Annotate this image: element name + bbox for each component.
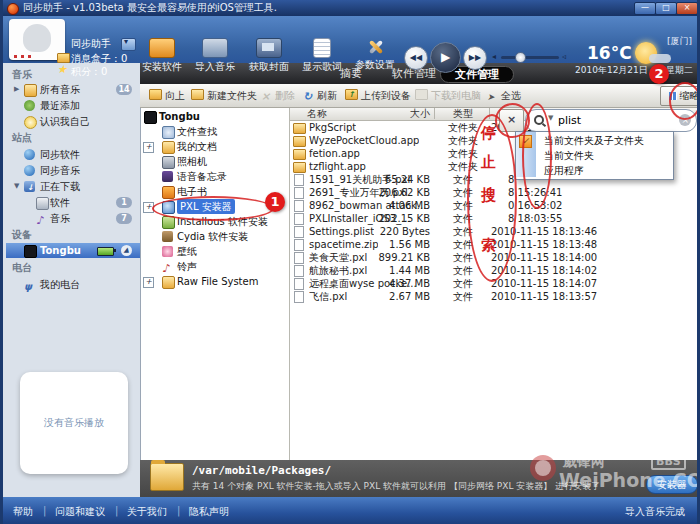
- file-row[interactable]: spacetime.zip1.56 MB文件2010-11-15 18:13:4…: [289, 238, 700, 251]
- voice-memo-icon: [162, 171, 173, 182]
- thumbnail-view-button[interactable]: 缩略图: [660, 86, 700, 106]
- previous-track-button[interactable]: ◀◀: [404, 46, 428, 70]
- tree-item-raw-file-system[interactable]: Raw File System: [140, 274, 289, 289]
- account-dropdown-button[interactable]: [121, 38, 136, 51]
- refresh-button[interactable]: 刷新: [303, 88, 337, 104]
- menu-item-current-and-subfolders[interactable]: 当前文件夹及子文件夹: [516, 133, 671, 148]
- folder-icon: [293, 149, 306, 160]
- stop-search-button[interactable]: [499, 109, 524, 132]
- folder-icon: [162, 141, 175, 154]
- search-input[interactable]: [556, 112, 670, 129]
- install-software-button[interactable]: 安装软件: [136, 38, 188, 74]
- new-folder-button[interactable]: 新建文件夹: [191, 88, 257, 104]
- sidebar-item-sync-music[interactable]: 同步音乐: [6, 163, 140, 178]
- file-icon: [294, 265, 304, 277]
- tree-item-file-search[interactable]: 文件查找: [140, 124, 289, 139]
- clear-search-icon[interactable]: [679, 114, 691, 126]
- file-row[interactable]: 2691_专业万年历.pxl206.62 KB文件8 15:26:41: [289, 186, 700, 199]
- weather-city: [厦门]: [667, 35, 692, 48]
- points-label[interactable]: ★积分：0: [71, 65, 107, 78]
- tree-item-camera[interactable]: 照相机: [140, 154, 289, 169]
- battery-icon: [97, 247, 114, 256]
- software-icon: [36, 197, 49, 210]
- file-row[interactable]: PXLInstaller_iOS3_...202.15 KB文件8 18:03:…: [289, 212, 700, 225]
- title-bar: 同步助手 - v1.03beta 最安全最容易使用的iOS管理工具.: [3, 0, 700, 16]
- tree-item-installous[interactable]: Installous 软件安装: [140, 214, 289, 229]
- play-button[interactable]: ▶: [430, 42, 461, 73]
- eject-icon[interactable]: [121, 245, 132, 256]
- column-type[interactable]: 类型: [437, 107, 489, 120]
- download-to-pc-button[interactable]: 下载到电脑: [415, 88, 481, 104]
- tree-item-cydia[interactable]: Cydia 软件安装: [140, 229, 289, 244]
- file-row[interactable]: 飞信.pxl2.67 MB文件2010-11-15 18:13:57: [289, 290, 700, 303]
- folder-icon: [293, 123, 306, 134]
- sidebar-item-my-radio[interactable]: 我的电台: [6, 277, 140, 292]
- status-message: 导入音乐完成: [625, 505, 685, 519]
- help-link[interactable]: 帮助: [13, 505, 33, 519]
- message-box-label[interactable]: 消息盒子：0: [71, 52, 127, 65]
- sidebar: 音乐 ▶所有音乐14 最近添加 认识我自己 站点 同步软件 同步音乐 ▼正在下载…: [6, 63, 141, 497]
- search-scope-icon[interactable]: [534, 115, 544, 125]
- upload-to-device-button[interactable]: 上传到设备: [345, 88, 411, 104]
- installous-icon: [162, 216, 175, 229]
- import-music-button[interactable]: 导入音乐: [189, 38, 241, 74]
- tree-item-my-documents[interactable]: 我的文档: [140, 139, 289, 154]
- minimize-button[interactable]: [634, 2, 656, 15]
- tree-item-ebooks[interactable]: 电子书: [140, 184, 289, 199]
- get-cover-button[interactable]: 获取封面: [243, 38, 295, 74]
- tree-root-tongbu[interactable]: Tongbu: [140, 109, 289, 124]
- weather-temperature: 16°C: [587, 43, 632, 63]
- sidebar-item-device-tongbu[interactable]: Tongbu: [6, 243, 140, 258]
- expand-icon[interactable]: [143, 277, 154, 288]
- volume-slider[interactable]: [501, 56, 559, 59]
- folder-icon: [293, 162, 306, 173]
- tree-item-wallpaper[interactable]: 壁纸: [140, 244, 289, 259]
- menu-item-current-folder[interactable]: 当前文件夹: [516, 148, 671, 163]
- footer-panel: /var/mobile/Packages/ 共有 14 个对象 PXL 软件安装…: [140, 460, 700, 497]
- file-icon: [294, 252, 304, 264]
- sidebar-item-know-myself[interactable]: 认识我自己: [6, 114, 140, 129]
- tree-item-voice-memos[interactable]: 语音备忘录: [140, 169, 289, 184]
- select-all-button[interactable]: 全选: [487, 88, 521, 104]
- up-button[interactable]: 向上: [149, 88, 185, 104]
- sidebar-item-all-music[interactable]: ▶所有音乐14: [6, 82, 140, 97]
- column-size[interactable]: 大小: [344, 107, 430, 120]
- next-track-button[interactable]: ▶▶: [463, 46, 487, 70]
- ringtone-icon: [162, 261, 173, 272]
- sidebar-item-downloading[interactable]: ▼正在下载: [6, 179, 140, 194]
- app-name-label: 同步助手: [71, 37, 111, 50]
- settings-icon: [363, 38, 387, 56]
- show-lyrics-button[interactable]: 显示歌词: [296, 38, 348, 74]
- expand-icon[interactable]: [143, 142, 154, 153]
- maximize-button[interactable]: [655, 2, 677, 15]
- volume-slider-knob[interactable]: [515, 52, 526, 63]
- privacy-link[interactable]: 隐私声明: [189, 505, 229, 519]
- file-row[interactable]: 远程桌面wyse pocke...4.37 MB文件2010-11-15 18:…: [289, 277, 700, 290]
- column-name[interactable]: 名称: [307, 107, 327, 120]
- search-scope-arrow-icon[interactable]: ▼: [548, 114, 553, 122]
- file-row[interactable]: 美食天堂.pxl899.21 KB文件2010-11-15 18:14:00: [289, 251, 700, 264]
- tree-item-ringtones[interactable]: 铃声: [140, 259, 289, 274]
- sidebar-item-recently-added[interactable]: 最近添加: [6, 98, 140, 113]
- settings-button[interactable]: 参数设置: [349, 38, 401, 72]
- installer-button[interactable]: 安装器: [646, 475, 698, 494]
- menu-item-applications[interactable]: 应用程序: [516, 163, 671, 178]
- upload-icon: [345, 89, 358, 100]
- feedback-link[interactable]: 问题和建议: [55, 505, 105, 519]
- cursor-icon: [487, 89, 498, 98]
- delete-button[interactable]: 删除: [261, 88, 295, 104]
- sidebar-item-music-downloads[interactable]: 音乐7: [6, 211, 140, 226]
- about-us-link[interactable]: 关于我们: [127, 505, 167, 519]
- file-row[interactable]: 8962_bowman attack...4.06 MB文件0 16:53:02: [289, 199, 700, 212]
- close-button[interactable]: [676, 2, 698, 15]
- sidebar-item-sync-software[interactable]: 同步软件: [6, 147, 140, 162]
- file-row[interactable]: 航旅秘书.pxl1.44 MB文件2010-11-15 18:14:02: [289, 264, 700, 277]
- tree-item-pxl-installer[interactable]: PXL 安装器: [140, 199, 289, 214]
- sidebar-header-music: 音乐: [12, 68, 32, 82]
- file-icon: [294, 187, 304, 199]
- sidebar-item-software-downloads[interactable]: 软件1: [6, 195, 140, 210]
- current-path: /var/mobile/Packages/: [192, 464, 331, 477]
- expand-icon[interactable]: [143, 202, 154, 213]
- download-tray-icon: [24, 181, 35, 192]
- file-row[interactable]: Settings.plist220 Bytes文件2010-11-15 18:1…: [289, 225, 700, 238]
